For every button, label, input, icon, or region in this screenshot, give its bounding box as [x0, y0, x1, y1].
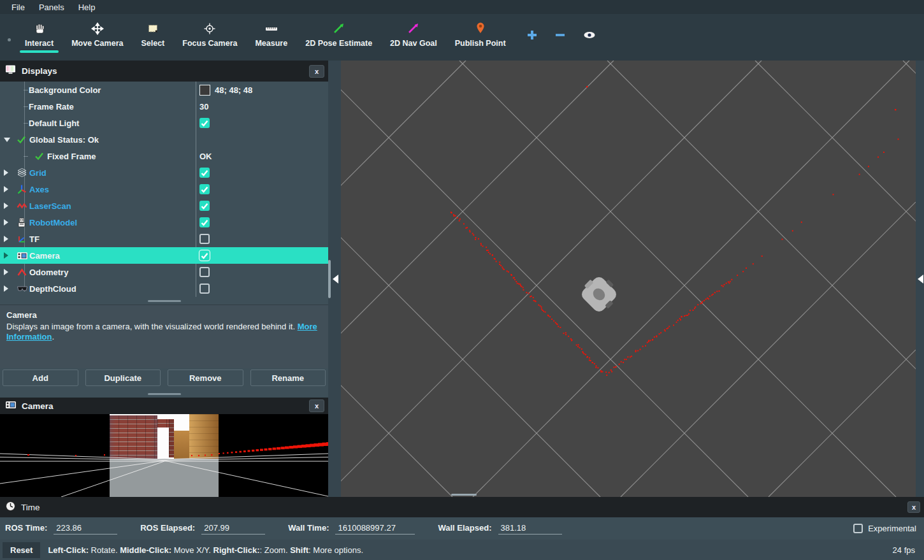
add-tool-button[interactable]: [526, 29, 538, 43]
viewport-splitter-handle[interactable]: [451, 494, 477, 496]
chevron-right-icon[interactable]: [4, 169, 8, 176]
collapse-left-icon[interactable]: [333, 275, 338, 284]
time-field-value[interactable]: 223.86: [54, 522, 117, 535]
tool-label: Select: [141, 39, 164, 48]
tree-row-global-status-ok[interactable]: Global Status: Ok: [0, 131, 328, 148]
active-tool-underline: [20, 50, 59, 53]
displays-panel: Displays x Background Color48; 48; 48Fra…: [0, 61, 328, 497]
collapse-right-icon[interactable]: [918, 275, 923, 284]
chevron-right-icon[interactable]: [4, 219, 8, 226]
tree-row-axes[interactable]: Axes: [0, 181, 328, 197]
tree-row-value[interactable]: OK: [199, 152, 212, 161]
tree-row-value[interactable]: [199, 250, 210, 261]
splitter-handle[interactable]: [0, 390, 328, 398]
tool-label: Focus Camera: [182, 39, 237, 48]
remove-button[interactable]: Remove: [168, 370, 243, 386]
color-swatch[interactable]: [199, 85, 210, 96]
chevron-right-icon[interactable]: [4, 203, 8, 209]
checkbox-unchecked[interactable]: [199, 267, 210, 277]
remove-tool-button[interactable]: [554, 29, 566, 43]
tree-row-laserscan[interactable]: LaserScan: [0, 197, 328, 214]
tree-row-value[interactable]: [199, 217, 210, 227]
time-field-value[interactable]: 381.18: [498, 522, 562, 535]
tree-row-value[interactable]: [199, 234, 210, 244]
tool-publish-point[interactable]: Publish Point: [446, 18, 515, 49]
tool-label: Move Camera: [71, 39, 123, 48]
chevron-down-icon[interactable]: [4, 138, 10, 142]
menu-item-file[interactable]: File: [5, 1, 31, 13]
time-field-ros-elapsed-: ROS Elapsed:207.99: [140, 522, 265, 535]
checkbox-checked[interactable]: [199, 250, 210, 261]
chevron-right-icon[interactable]: [4, 285, 8, 292]
checkbox-checked[interactable]: [199, 184, 210, 194]
tree-row-label: LaserScan: [29, 201, 71, 211]
tool-2d-nav-goal[interactable]: 2D Nav Goal: [381, 18, 446, 49]
splitter-scrollbar[interactable]: [328, 260, 331, 298]
checkbox-unchecked[interactable]: [199, 234, 210, 244]
tree-row-fixed-frame[interactable]: Fixed FrameOK: [0, 148, 328, 164]
tree-row-grid[interactable]: Grid: [0, 164, 328, 181]
tool-select[interactable]: Select: [132, 18, 173, 49]
select-icon: [147, 20, 159, 37]
time-field-label: ROS Elapsed:: [140, 523, 195, 533]
menu-item-help[interactable]: Help: [72, 1, 102, 13]
time-panel-titlebar: Time x: [0, 497, 924, 517]
panel-splitter[interactable]: [328, 61, 341, 497]
time-field-value[interactable]: 1610088997.27: [335, 522, 415, 535]
menu-bar: FilePanelsHelp: [0, 0, 924, 14]
displays-icon: [5, 64, 17, 78]
tool-2d-pose-estimate[interactable]: 2D Pose Estimate: [296, 18, 381, 49]
tree-row-camera[interactable]: Camera: [0, 247, 328, 264]
time-field-value[interactable]: 207.99: [201, 522, 265, 535]
3d-viewport[interactable]: [341, 61, 916, 497]
tree-row-value[interactable]: [199, 284, 210, 294]
tree-row-value[interactable]: 48; 48; 48: [199, 85, 252, 96]
tool-focus-camera[interactable]: Focus Camera: [173, 18, 246, 49]
close-icon[interactable]: x: [907, 501, 920, 513]
tree-row-background-color[interactable]: Background Color48; 48; 48: [0, 82, 328, 98]
checkbox-checked[interactable]: [199, 168, 210, 178]
experimental-toggle[interactable]: Experimental: [853, 524, 916, 533]
tree-row-value[interactable]: [199, 168, 210, 178]
toolbar-drag-handle[interactable]: [8, 38, 11, 41]
reset-button[interactable]: Reset: [3, 542, 40, 558]
tree-row-frame-rate[interactable]: Frame Rate30: [0, 98, 328, 115]
duplicate-button[interactable]: Duplicate: [85, 370, 161, 386]
menu-item-panels[interactable]: Panels: [32, 1, 71, 13]
tree-row-value[interactable]: [199, 118, 210, 128]
tree-row-robotmodel[interactable]: RobotModel: [0, 214, 328, 231]
tool-measure[interactable]: Measure: [246, 18, 296, 49]
check-icon: [17, 135, 26, 144]
tree-row-label: DepthCloud: [29, 284, 76, 294]
tree-row-value[interactable]: [199, 184, 210, 194]
chevron-right-icon[interactable]: [4, 269, 8, 275]
rename-button[interactable]: Rename: [250, 370, 326, 386]
tree-row-odometry[interactable]: Odometry: [0, 264, 328, 280]
tree-row-depthcloud[interactable]: DepthCloud: [0, 280, 328, 297]
tool-move-camera[interactable]: Move Camera: [62, 18, 132, 49]
add-button[interactable]: Add: [3, 370, 78, 386]
tree-row-tf[interactable]: TF: [0, 231, 328, 247]
tool-interact[interactable]: Interact: [16, 18, 62, 49]
tree-row-value[interactable]: 30: [199, 102, 208, 111]
odometry-icon: [17, 268, 27, 277]
tree-row-default-light[interactable]: Default Light: [0, 115, 328, 131]
tool-label: Interact: [25, 39, 54, 48]
close-icon[interactable]: x: [309, 65, 324, 78]
checkbox-checked[interactable]: [199, 201, 210, 211]
camera-icon: [17, 250, 28, 261]
tree-row-value[interactable]: [199, 201, 210, 211]
checkbox-checked[interactable]: [199, 118, 210, 128]
chevron-right-icon[interactable]: [4, 252, 8, 259]
clock-icon: [5, 501, 16, 514]
value-text: OK: [199, 152, 212, 161]
checkbox-unchecked[interactable]: [853, 524, 863, 533]
chevron-right-icon[interactable]: [4, 236, 8, 242]
checkbox-unchecked[interactable]: [199, 284, 210, 294]
tree-row-value[interactable]: [199, 267, 210, 277]
close-icon[interactable]: x: [309, 399, 324, 412]
splitter-handle[interactable]: [0, 297, 328, 305]
checkbox-checked[interactable]: [199, 217, 210, 227]
chevron-right-icon[interactable]: [4, 186, 8, 192]
visibility-button[interactable]: [582, 30, 596, 43]
